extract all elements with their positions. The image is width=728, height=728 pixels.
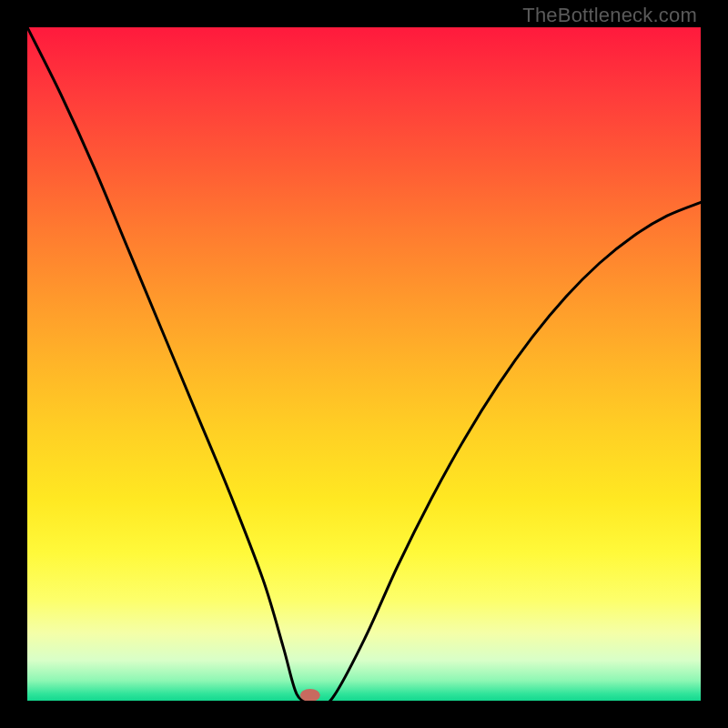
optimum-marker [300,689,320,701]
chart-frame: TheBottleneck.com [0,0,728,728]
bottleneck-curve [27,27,701,701]
curve-layer [27,27,701,701]
watermark-text: TheBottleneck.com [522,4,697,27]
